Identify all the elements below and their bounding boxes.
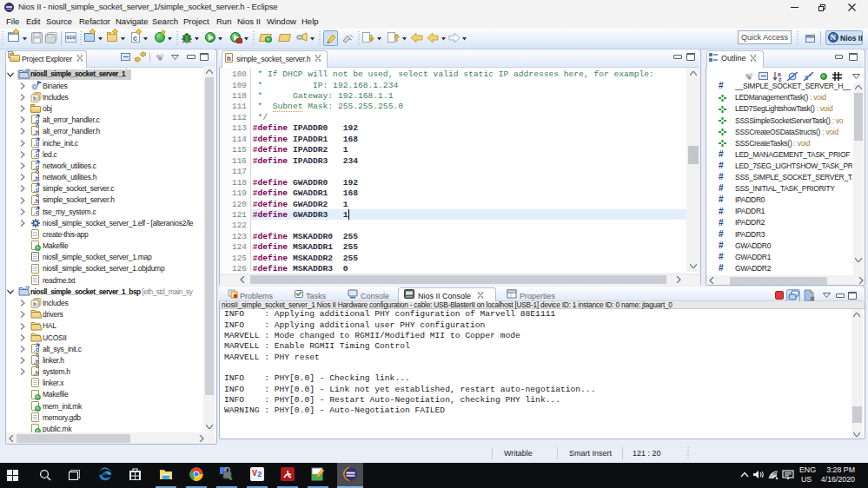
svg-text:h: h <box>33 96 36 102</box>
svg-text:h: h <box>33 302 36 308</box>
